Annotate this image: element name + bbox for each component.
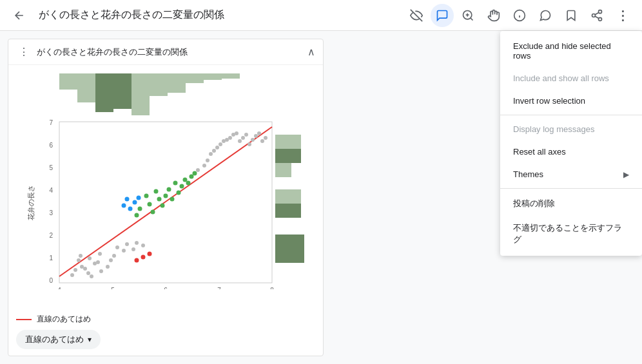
svg-rect-15 [95, 73, 113, 112]
svg-point-81 [180, 184, 184, 189]
menu-item-exclude[interactable]: Exclude and hide selected rows [500, 35, 642, 67]
svg-text:8: 8 [270, 287, 274, 289]
zoom-icon-button[interactable] [456, 4, 480, 27]
bookmark-icon-button[interactable] [559, 4, 583, 27]
svg-text:6: 6 [164, 287, 168, 289]
menu-item-flag[interactable]: 不適切であることを示すフラグ [500, 216, 642, 252]
svg-point-77 [170, 197, 175, 202]
svg-point-82 [183, 178, 188, 182]
svg-text:3: 3 [49, 209, 53, 216]
more-icon-button[interactable]: ⋮ [611, 4, 634, 27]
svg-point-55 [70, 273, 74, 277]
svg-rect-26 [275, 189, 301, 204]
svg-rect-28 [275, 235, 304, 249]
svg-text:1: 1 [49, 254, 53, 262]
svg-rect-23 [275, 135, 301, 149]
svg-point-61 [122, 249, 126, 253]
page-title: がくの長さと花弁の長さの二変量の関係 [39, 8, 224, 22]
svg-text:0: 0 [49, 277, 53, 284]
main-content: ⋮ がくの長さと花弁の長さの二変量の関係 ∧ [0, 31, 642, 364]
svg-text:2: 2 [49, 232, 53, 239]
svg-point-47 [80, 265, 84, 269]
svg-line-2 [471, 17, 473, 20]
svg-line-12 [595, 12, 599, 14]
svg-text:5: 5 [49, 164, 53, 171]
svg-point-51 [77, 258, 81, 262]
legend-line-icon [16, 319, 32, 320]
svg-point-80 [135, 213, 139, 218]
menu-divider-2 [500, 188, 642, 189]
menu-item-include-label: Include and show all rows [513, 73, 609, 83]
menu-item-delete-post[interactable]: 投稿の削除 [500, 191, 642, 216]
svg-point-46 [73, 268, 77, 272]
svg-point-10 [599, 17, 602, 21]
chart-header: ⋮ がくの長さと花弁の長さの二変量の関係 ∧ [8, 39, 323, 65]
svg-point-98 [212, 149, 216, 153]
svg-rect-16 [113, 73, 131, 109]
back-button[interactable] [8, 4, 31, 27]
svg-point-65 [135, 241, 139, 245]
svg-point-114 [264, 136, 268, 140]
svg-text:5: 5 [111, 287, 115, 289]
svg-point-48 [86, 271, 90, 275]
menu-item-themes[interactable]: Themes ▶ [500, 163, 642, 186]
menu-item-exclude-label: Exclude and hide selected rows [513, 41, 629, 61]
svg-point-50 [83, 267, 87, 271]
svg-rect-29 [275, 249, 304, 263]
svg-point-83 [190, 175, 194, 179]
svg-rect-20 [186, 73, 204, 83]
chevron-right-icon: ▶ [623, 170, 629, 179]
svg-point-75 [164, 194, 168, 198]
comment-icon-button[interactable] [534, 4, 557, 27]
svg-point-94 [196, 168, 200, 172]
menu-item-include: Include and show all rows [500, 67, 642, 90]
svg-point-112 [257, 131, 261, 135]
svg-point-78 [173, 181, 178, 186]
chart-menu-button[interactable]: ⋮ [16, 44, 32, 59]
svg-point-53 [90, 274, 93, 278]
svg-point-107 [241, 136, 245, 140]
svg-rect-27 [275, 204, 301, 218]
share-icon-button[interactable] [585, 4, 608, 27]
svg-point-52 [99, 269, 103, 273]
info-icon-button[interactable] [508, 4, 531, 27]
chart-collapse-button[interactable]: ∧ [307, 46, 315, 58]
chat-icon-button[interactable] [431, 4, 454, 27]
svg-line-11 [595, 16, 599, 18]
toolbar: がくの長さと花弁の長さの二変量の関係 [0, 0, 642, 31]
svg-text:7: 7 [49, 119, 53, 126]
menu-divider-1 [500, 115, 642, 115]
svg-rect-24 [275, 149, 301, 163]
svg-point-89 [122, 204, 126, 208]
svg-point-74 [154, 189, 159, 194]
filter-button[interactable]: 直線のあてはめ ▾ [16, 330, 101, 349]
svg-point-73 [160, 204, 165, 208]
svg-point-63 [112, 254, 116, 258]
svg-rect-22 [222, 73, 240, 79]
svg-point-92 [141, 255, 146, 260]
menu-item-reset-axes-label: Reset all axes [513, 147, 566, 157]
hide-icon-button[interactable] [405, 4, 428, 27]
svg-point-96 [206, 158, 209, 162]
svg-point-64 [109, 258, 113, 262]
hand-icon-button[interactable] [482, 4, 505, 27]
menu-item-invert[interactable]: Invert row selection [500, 90, 642, 112]
svg-point-106 [238, 139, 242, 143]
chart-panel: ⋮ がくの長さと花弁の長さの二変量の関係 ∧ [8, 39, 324, 356]
svg-point-103 [228, 136, 232, 140]
chevron-down-icon: ▾ [88, 335, 92, 344]
legend-label: 直線のあてはめ [37, 314, 91, 325]
svg-text:4: 4 [57, 287, 61, 289]
svg-point-76 [167, 187, 171, 192]
menu-item-flag-label: 不適切であることを示すフラグ [513, 222, 629, 245]
chart-title: がくの長さと花弁の長さの二変量の関係 [37, 46, 188, 58]
menu-item-reset-axes[interactable]: Reset all axes [500, 140, 642, 163]
svg-point-56 [106, 265, 110, 269]
svg-point-70 [151, 210, 155, 215]
svg-point-84 [186, 181, 191, 186]
svg-rect-14 [77, 73, 95, 102]
svg-rect-13 [59, 73, 77, 90]
chart-header-left: ⋮ がくの長さと花弁の長さの二変量の関係 [16, 44, 188, 59]
toolbar-left: がくの長さと花弁の長さの二変量の関係 [8, 4, 400, 27]
svg-point-59 [98, 252, 102, 256]
